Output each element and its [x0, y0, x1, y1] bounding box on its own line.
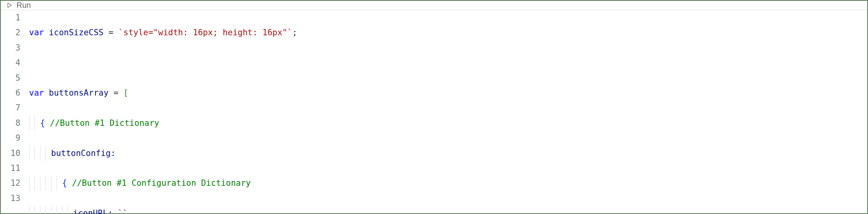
run-button-label[interactable]: Run: [16, 1, 31, 10]
line-number: 3: [1, 40, 20, 55]
line-number: 7: [1, 100, 20, 115]
line-number: 8: [1, 116, 20, 131]
punct: ;: [292, 28, 297, 37]
punct: ,: [128, 209, 133, 214]
code-line[interactable]: var iconSizeCSS = `style="width: 16px; h…: [29, 25, 867, 40]
code-area[interactable]: var iconSizeCSS = `style="width: 16px; h…: [29, 10, 867, 214]
template-string: `style="width: 16px; height: 16px"`: [119, 28, 293, 37]
line-number: 2: [1, 25, 20, 40]
line-number: 11: [1, 161, 20, 176]
line-number: 12: [1, 176, 20, 190]
code-editor[interactable]: 1 2 3 4 5 6 7 8 9 10 11 12 13 var iconSi…: [1, 10, 867, 214]
code-line[interactable]: { //Button #1 Configuration Dictionary: [29, 176, 867, 190]
property: buttonConfig: [51, 149, 111, 158]
operator: =: [108, 88, 123, 98]
line-number: 9: [1, 131, 20, 145]
brace: {: [62, 178, 67, 188]
identifier: buttonsArray: [49, 88, 109, 98]
property: iconURL: [73, 209, 108, 214]
punct: :: [111, 149, 116, 158]
punct: :: [108, 209, 113, 214]
line-number: 10: [1, 146, 20, 161]
line-number: 1: [1, 10, 20, 25]
line-number: 6: [1, 85, 20, 100]
code-line[interactable]: { //Button #1 Dictionary: [29, 116, 867, 131]
comment: //Button #1 Dictionary: [50, 118, 159, 128]
line-number-gutter: 1 2 3 4 5 6 7 8 9 10 11 12 13: [1, 10, 29, 214]
play-icon[interactable]: [6, 2, 13, 9]
keyword: var: [29, 88, 44, 98]
cell-toolbar: Run: [1, 1, 867, 10]
brace: {: [40, 118, 45, 128]
code-line[interactable]: iconURL: ``,: [29, 206, 867, 214]
keyword: var: [29, 28, 44, 37]
line-number: 13: [1, 191, 20, 206]
line-number: 5: [1, 71, 20, 85]
code-cell: Run 1 2 3 4 5 6 7 8 9 10 11 12 13 var ic…: [0, 0, 868, 214]
comment: //Button #1 Configuration Dictionary: [72, 178, 251, 188]
bracket: [: [123, 88, 128, 98]
template-string: ``: [118, 209, 128, 214]
code-line[interactable]: [29, 55, 867, 70]
operator: =: [104, 28, 119, 37]
code-line[interactable]: var buttonsArray = [: [29, 85, 867, 100]
identifier: iconSizeCSS: [49, 28, 104, 37]
line-number: 4: [1, 55, 20, 70]
code-line[interactable]: buttonConfig:: [29, 146, 867, 161]
